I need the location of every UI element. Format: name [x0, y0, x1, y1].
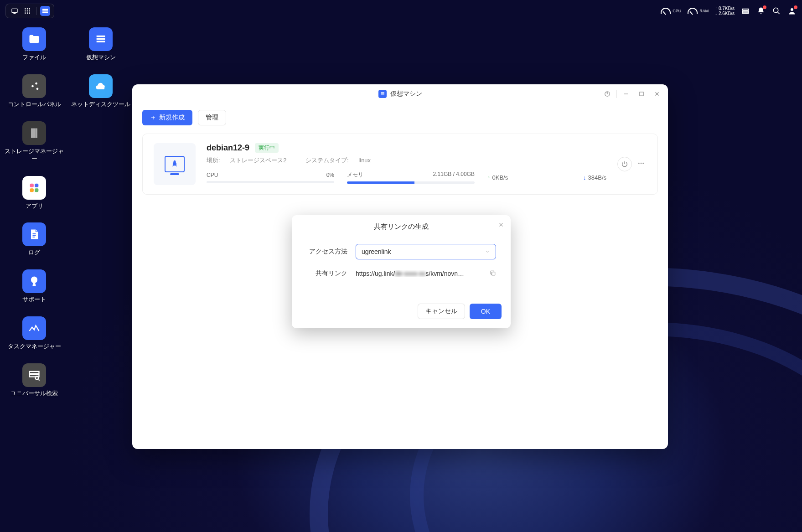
cpu-stat: CPU 0%	[207, 172, 334, 183]
svg-rect-30	[35, 188, 38, 192]
window-title-text: 仮想マシン	[390, 90, 422, 98]
search-icon[interactable]	[772, 6, 781, 15]
modal-title: 共有リンクの生成	[374, 222, 429, 230]
cpu-stat-label: CPU	[207, 172, 218, 178]
desktop-icon-control-panel[interactable]: コントロールパネル	[5, 74, 64, 108]
desktop-icon-taskmanager[interactable]: タスクマネージャー	[5, 316, 64, 351]
power-button[interactable]	[617, 157, 632, 171]
svg-rect-27	[30, 183, 34, 187]
minimize-button[interactable]	[620, 88, 632, 100]
network-stats[interactable]: ↑ 0.7KB/s ↓ 2.6KB/s	[715, 6, 735, 16]
svg-rect-36	[381, 94, 384, 95]
ok-button[interactable]: OK	[470, 304, 502, 319]
vm-status-badge: 実行中	[255, 143, 279, 153]
user-badge	[794, 5, 797, 9]
share-link-text: https://ug.link/de-xxxx-xxs/kvm/novn…	[356, 270, 486, 277]
desktop-icon-label: ストレージマネージャー	[5, 148, 64, 163]
ok-button-label: OK	[481, 308, 490, 315]
notification-badge	[763, 5, 766, 9]
ram-label: RAM	[699, 9, 709, 13]
cpu-stat-value: 0%	[326, 172, 334, 178]
modal-close-button[interactable]	[498, 222, 504, 229]
svg-point-9	[29, 12, 30, 14]
svg-point-6	[29, 10, 30, 12]
vm-body: debian12-9 実行中 場所: ストレージスペース2 システムタイプ: l…	[207, 143, 606, 184]
widgets-icon[interactable]	[741, 6, 750, 15]
vm-systype-value: linux	[358, 157, 371, 164]
vm-card[interactable]: debian12-9 実行中 場所: ストレージスペース2 システムタイプ: l…	[142, 134, 658, 195]
svg-point-40	[641, 163, 642, 164]
desktop-icon-label: ログ	[28, 249, 40, 257]
svg-rect-24	[31, 129, 32, 137]
svg-rect-42	[492, 272, 495, 275]
share-link-label: 共有リンク	[306, 269, 347, 278]
toolbar: 新規作成 管理	[132, 103, 668, 129]
desktop-icon-storage[interactable]: ストレージマネージャー	[5, 121, 64, 163]
notifications-icon[interactable]	[756, 6, 766, 15]
mem-stat: メモリ 2.11GB / 4.00GB	[347, 171, 475, 184]
svg-rect-15	[742, 12, 749, 13]
window-titlebar[interactable]: 仮想マシン	[132, 84, 668, 103]
access-method-select[interactable]: ugreenlink	[356, 244, 496, 259]
more-button[interactable]	[636, 158, 647, 170]
desktop-icon-logs[interactable]: ログ	[5, 222, 64, 257]
desktop-icon-vm[interactable]: 仮想マシン	[71, 27, 130, 62]
desktop-icon-support[interactable]: サポート	[5, 269, 64, 304]
svg-rect-26	[36, 129, 37, 137]
svg-rect-28	[35, 183, 38, 187]
svg-point-1	[25, 8, 26, 10]
separator	[36, 7, 36, 15]
window-title: 仮想マシン	[378, 90, 422, 98]
help-button[interactable]	[601, 88, 614, 100]
desktop-icon-label: サポート	[22, 296, 46, 304]
vm-systype-label: システムタイプ:	[305, 157, 349, 164]
window-controls	[601, 88, 663, 100]
svg-point-3	[29, 8, 30, 10]
net-down-stat: ↓ 384B/s	[583, 174, 606, 181]
manage-button[interactable]: 管理	[198, 110, 226, 125]
vm-header: debian12-9 実行中	[207, 143, 606, 153]
close-button[interactable]	[651, 88, 663, 100]
cpu-bar	[207, 181, 334, 183]
cancel-button[interactable]: キャンセル	[418, 304, 465, 319]
svg-rect-25	[34, 129, 35, 137]
desktop-icon-label: 仮想マシン	[86, 54, 116, 62]
desktop-icon-label: タスクマネージャー	[8, 343, 61, 351]
desktop-icon-universal-search[interactable]: ユニバーサル検索	[5, 363, 64, 398]
desktop-icon-label: コントロールパネル	[8, 101, 61, 108]
svg-rect-12	[42, 12, 48, 13]
copy-button[interactable]	[490, 270, 496, 278]
svg-point-41	[642, 163, 644, 164]
taskbar-app-vm[interactable]	[40, 6, 50, 16]
svg-point-2	[27, 8, 28, 10]
cancel-button-label: キャンセル	[425, 307, 457, 315]
desktop-icon-files[interactable]: ファイル	[5, 27, 64, 62]
arrow-up-icon: ↑	[487, 174, 491, 181]
maximize-button[interactable]	[635, 88, 648, 100]
svg-rect-11	[42, 10, 48, 12]
desktop-icon-apps[interactable]: アプリ	[5, 176, 64, 210]
topbar: CPU RAM ↑ 0.7KB/s ↓ 2.6KB/s	[0, 0, 802, 22]
mem-stat-label: メモリ	[347, 171, 363, 179]
svg-point-23	[36, 88, 39, 90]
apps-grid-icon[interactable]	[22, 6, 32, 16]
svg-point-4	[25, 10, 26, 12]
cpu-meter[interactable]: CPU	[661, 8, 681, 14]
gauge-icon	[661, 8, 671, 14]
svg-point-8	[27, 12, 28, 14]
svg-rect-0	[12, 9, 17, 12]
ram-meter[interactable]: RAM	[688, 8, 709, 14]
vm-location-label: 場所:	[207, 157, 220, 164]
desktop-switcher-icon[interactable]	[10, 6, 20, 16]
cpu-label: CPU	[673, 9, 681, 13]
chevron-down-icon	[485, 249, 490, 254]
manage-button-label: 管理	[206, 114, 218, 122]
user-icon[interactable]	[787, 6, 797, 15]
net-up-value: 0KB/s	[492, 174, 508, 181]
desktop-icon-label: ファイル	[22, 54, 46, 62]
desktop-icon-label: ユニバーサル検索	[10, 390, 58, 398]
desktop-icon-netdisk[interactable]: ネットディスクツール	[71, 74, 130, 108]
svg-point-33	[35, 376, 38, 379]
vm-location-value: ストレージスペース2	[230, 157, 286, 164]
new-button[interactable]: 新規作成	[142, 110, 192, 125]
